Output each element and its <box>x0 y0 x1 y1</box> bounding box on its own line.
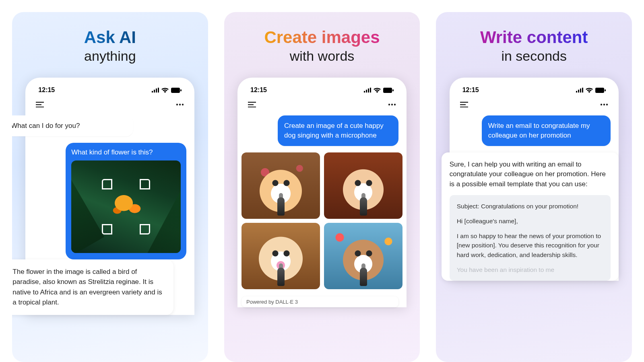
email-subject: Subject: Congratulations on your promoti… <box>457 202 603 211</box>
chat-area: Write an email to congratulate my collea… <box>458 111 611 281</box>
svg-point-21 <box>388 104 390 105</box>
app-toolbar <box>33 95 186 111</box>
generated-image-grid <box>242 152 402 289</box>
svg-rect-7 <box>36 104 41 105</box>
svg-rect-1 <box>154 90 155 93</box>
ai-message: Sure, I can help you with writing an ema… <box>442 152 619 281</box>
status-time: 12:15 <box>462 86 479 94</box>
status-time: 12:15 <box>250 86 267 94</box>
cellular-signal-icon <box>364 88 371 93</box>
wifi-icon <box>374 88 381 93</box>
more-icon[interactable] <box>388 103 396 106</box>
user-question: What kind of flower is this? <box>71 148 181 156</box>
svg-rect-20 <box>248 107 256 107</box>
phone-mockup: 12:15 Write an email to congratulate my … <box>450 78 619 281</box>
ai-answer: The flower in the image is called a bird… <box>12 259 173 315</box>
svg-rect-25 <box>578 90 579 93</box>
chat-area: What can I do for you? What kind of flow… <box>33 111 186 315</box>
status-bar: 12:15 <box>33 86 186 95</box>
battery-icon <box>383 88 394 93</box>
status-bar: 12:15 <box>246 86 398 95</box>
user-message: Write an email to congratulate my collea… <box>482 115 611 146</box>
headline: Create images <box>264 28 380 47</box>
svg-point-22 <box>391 104 393 105</box>
email-template: Subject: Congratulations on your promoti… <box>450 195 611 281</box>
email-greeting: Hi [colleague's name], <box>457 216 603 226</box>
user-message: Create an image of a cute happy dog sing… <box>278 115 398 146</box>
flower-photo <box>71 160 181 253</box>
chat-area: Create an image of a cute happy dog sing… <box>246 111 398 307</box>
svg-rect-26 <box>580 88 581 93</box>
svg-rect-27 <box>582 88 583 93</box>
status-time: 12:15 <box>38 86 55 94</box>
svg-point-9 <box>176 104 178 105</box>
headline: Ask AI <box>84 28 136 47</box>
svg-rect-31 <box>460 104 466 105</box>
subline: with words <box>290 48 355 64</box>
svg-rect-6 <box>36 102 44 103</box>
phone-mockup: 12:15 What can I do for you? What kind o… <box>25 78 194 315</box>
generated-image-2[interactable] <box>324 152 402 219</box>
svg-rect-2 <box>156 88 157 93</box>
svg-point-35 <box>606 104 607 105</box>
svg-rect-17 <box>392 89 394 91</box>
svg-rect-14 <box>368 88 369 93</box>
svg-rect-8 <box>36 107 44 107</box>
subline: in seconds <box>501 48 567 64</box>
focus-frame-icon <box>102 179 150 234</box>
wifi-icon <box>161 88 169 93</box>
battery-icon <box>171 88 182 93</box>
svg-point-23 <box>394 104 396 105</box>
menu-icon[interactable] <box>460 102 468 107</box>
status-bar: 12:15 <box>458 86 611 95</box>
wifi-icon <box>586 88 593 93</box>
svg-rect-32 <box>460 107 468 107</box>
svg-rect-12 <box>364 91 365 93</box>
app-toolbar <box>246 95 398 111</box>
svg-rect-3 <box>158 88 159 93</box>
svg-rect-15 <box>370 88 371 93</box>
panel-write-content: Write content in seconds 12:15 Write an … <box>436 12 632 362</box>
email-body: I am so happy to hear the news of your p… <box>457 231 603 259</box>
svg-point-11 <box>182 104 184 105</box>
ai-intro-text: Sure, I can help you with writing an ema… <box>450 160 611 189</box>
status-icons <box>152 88 182 93</box>
svg-point-10 <box>179 104 181 105</box>
more-icon[interactable] <box>176 103 184 106</box>
generated-image-4[interactable] <box>324 223 402 289</box>
panel-ask-ai: Ask AI anything 12:15 What can I do for … <box>12 12 208 362</box>
svg-rect-30 <box>460 102 468 103</box>
ai-message: What can I do for you? <box>12 115 133 136</box>
svg-rect-24 <box>576 91 577 93</box>
svg-rect-18 <box>248 102 256 103</box>
more-icon[interactable] <box>600 103 608 106</box>
app-toolbar <box>458 95 611 111</box>
menu-icon[interactable] <box>248 102 256 107</box>
status-icons <box>576 88 606 93</box>
generated-image-1[interactable] <box>242 152 320 219</box>
promo-panels: Ask AI anything 12:15 What can I do for … <box>0 0 644 362</box>
panel-create-images: Create images with words 12:15 Create an… <box>224 12 420 362</box>
cellular-signal-icon <box>152 88 159 93</box>
svg-rect-16 <box>383 88 392 93</box>
subline: anything <box>84 48 136 64</box>
headline: Write content <box>480 28 588 47</box>
battery-icon <box>595 88 606 93</box>
svg-rect-28 <box>595 88 604 93</box>
powered-by-badge: Powered by DALL·E 3 <box>242 296 398 307</box>
svg-rect-13 <box>366 90 367 93</box>
svg-point-33 <box>600 104 602 105</box>
email-body-faded: You have been an inspiration to me <box>457 265 603 274</box>
menu-icon[interactable] <box>36 102 44 107</box>
svg-rect-19 <box>248 104 254 105</box>
svg-rect-0 <box>152 91 153 93</box>
cellular-signal-icon <box>576 88 583 93</box>
generated-image-3[interactable] <box>242 223 320 289</box>
status-icons <box>364 88 394 93</box>
svg-rect-29 <box>605 89 606 91</box>
svg-rect-4 <box>171 88 180 93</box>
svg-rect-5 <box>180 89 182 91</box>
phone-mockup: 12:15 Create an image of a cute happy do… <box>237 78 407 307</box>
user-message-with-image: What kind of flower is this? <box>66 143 186 259</box>
svg-point-34 <box>603 104 605 105</box>
